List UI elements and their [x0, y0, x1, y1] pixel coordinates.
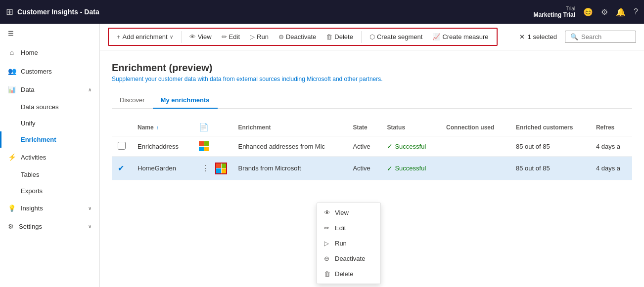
col-checkbox — [112, 119, 132, 136]
ctx-edit[interactable]: ✏ Edit — [317, 220, 380, 236]
page-subtitle: Supplement your customer data with data … — [112, 76, 632, 82]
main-layout: ☰ ⌂ Home 👥 Customers 📊 Data ∧ Data sourc… — [0, 24, 644, 287]
top-bar: ⊞ Customer Insights - Data Trial Marketi… — [0, 0, 644, 24]
row-checkbox-cell[interactable] — [112, 136, 132, 157]
tabs: Discover My enrichments — [112, 92, 632, 109]
microsoft-icon — [199, 141, 209, 151]
trial-badge: Trial Marketing Trial — [533, 6, 575, 18]
user-icon[interactable]: 😊 — [583, 7, 593, 17]
sidebar-label-data: Data — [21, 86, 34, 93]
sidebar-label-tables: Tables — [21, 171, 40, 178]
check-icon: ✓ — [387, 164, 393, 172]
sidebar-item-customers[interactable]: 👥 Customers — [0, 62, 99, 81]
sidebar-item-exports[interactable]: Exports — [0, 183, 99, 199]
sort-asc-icon: ↑ — [156, 125, 159, 130]
edit-icon: ✏ — [222, 33, 227, 41]
row-connection-cell — [440, 157, 510, 180]
app-grid-icon[interactable]: ⊞ — [6, 6, 13, 17]
check-icon: ✓ — [387, 142, 393, 150]
selected-check-icon: ✔ — [118, 164, 124, 172]
row-icon-cell — [193, 136, 232, 157]
col-state: State — [347, 119, 381, 136]
eye-icon: 👁 — [189, 33, 196, 41]
ctx-deactivate[interactable]: ⊖ Deactivate — [317, 251, 380, 266]
table-row: ✔ HomeGarden ⋮ — [112, 157, 632, 180]
row-enrichment-cell: Brands from Microsoft — [232, 157, 347, 180]
sidebar-label-customers: Customers — [21, 68, 52, 75]
measure-icon: 📈 — [432, 33, 440, 41]
hamburger-button[interactable]: ☰ — [0, 24, 99, 43]
run-button[interactable]: ▷ Run — [246, 31, 273, 43]
settings-chevron-icon: ∨ — [88, 224, 92, 229]
delete-button[interactable]: 🗑 Delete — [322, 31, 357, 43]
sidebar-label-insights: Insights — [21, 205, 43, 212]
sidebar-item-unify[interactable]: Unify — [0, 115, 99, 131]
doc-icon: 📄 — [199, 123, 209, 131]
sidebar-item-activities[interactable]: ⚡ Activities — [0, 148, 99, 166]
customers-icon: 👥 — [8, 67, 16, 75]
sidebar-item-tables[interactable]: Tables — [0, 166, 99, 183]
sidebar-item-settings[interactable]: ⚙ Settings ∨ — [0, 217, 99, 236]
row-enrichment-cell: Enhanced addresses from Mic — [232, 136, 347, 157]
sidebar: ☰ ⌂ Home 👥 Customers 📊 Data ∧ Data sourc… — [0, 24, 100, 287]
col-enriched-customers: Enriched customers — [510, 119, 590, 136]
sidebar-item-data-sources[interactable]: Data sources — [0, 99, 99, 115]
deactivate-icon: ⊖ — [278, 33, 284, 41]
create-measure-button[interactable]: 📈 Create measure — [428, 31, 492, 43]
row-enriched-customers-cell: 85 out of 85 — [510, 136, 590, 157]
page-title: Enrichment (preview) — [112, 62, 632, 74]
row-status-cell: ✓ Successful — [381, 157, 440, 180]
ctx-delete[interactable]: 🗑 Delete — [317, 266, 380, 282]
data-chevron-icon: ∧ — [88, 87, 92, 92]
ctx-view[interactable]: 👁 View — [317, 205, 380, 220]
ctx-trash-icon: 🗑 — [324, 270, 331, 278]
add-enrichment-button[interactable]: + Add enrichment ∨ — [113, 31, 177, 43]
col-name[interactable]: Name ↑ — [132, 119, 193, 136]
selected-count-display: ✕ 1 selected — [519, 33, 557, 41]
home-icon: ⌂ — [8, 48, 16, 56]
sidebar-item-data[interactable]: 📊 Data ∧ — [0, 81, 99, 99]
sidebar-item-enrichment[interactable]: Enrichment — [0, 131, 99, 148]
row-checkbox-cell[interactable]: ✔ — [112, 157, 132, 180]
view-button[interactable]: 👁 View — [185, 31, 216, 43]
help-icon[interactable]: ? — [634, 7, 638, 16]
row-checkbox[interactable] — [118, 142, 126, 150]
row-name-cell: Enrichaddress — [132, 136, 193, 157]
top-bar-right: Trial Marketing Trial 😊 ⚙ 🔔 ? — [533, 6, 638, 18]
tab-discover[interactable]: Discover — [112, 92, 153, 109]
deactivate-button[interactable]: ⊖ Deactivate — [275, 31, 320, 43]
microsoft-icon — [216, 164, 226, 173]
ctx-deactivate-icon: ⊖ — [324, 255, 331, 262]
ctx-run-icon: ▷ — [324, 240, 331, 247]
insights-icon: 💡 — [8, 205, 16, 212]
notification-icon[interactable]: 🔔 — [616, 7, 626, 17]
content-area: + Add enrichment ∨ 👁 View ✏ Edit ▷ Run — [100, 24, 644, 287]
create-segment-button[interactable]: ⬡ Create segment — [366, 31, 427, 43]
sidebar-label-unify: Unify — [21, 120, 36, 127]
close-selection-icon[interactable]: ✕ — [519, 33, 525, 41]
page-content: Enrichment (preview) Supplement your cus… — [100, 50, 644, 287]
table-row: Enrichaddress Enhanced addresses from Mi… — [112, 136, 632, 157]
col-enrichment: Enrichment — [232, 119, 347, 136]
context-menu: 👁 View ✏ Edit ▷ Run ⊖ Deactivate 🗑 D — [317, 203, 381, 284]
trash-icon: 🗑 — [326, 33, 332, 41]
row-context-menu-button[interactable]: ⋮ — [199, 162, 213, 175]
edit-button[interactable]: ✏ Edit — [218, 31, 244, 43]
search-input[interactable] — [581, 33, 631, 41]
sidebar-label-exports: Exports — [21, 187, 43, 195]
dropdown-chevron-icon: ∨ — [170, 34, 173, 40]
search-icon: 🔍 — [570, 33, 578, 41]
sidebar-item-home[interactable]: ⌂ Home — [0, 43, 99, 62]
col-refresh: Refres — [590, 119, 632, 136]
ctx-run[interactable]: ▷ Run — [317, 236, 380, 251]
col-ms-icon: 📄 — [193, 119, 232, 136]
tab-my-enrichments[interactable]: My enrichments — [153, 92, 218, 109]
toolbar-action-group: + Add enrichment ∨ 👁 View ✏ Edit ▷ Run — [108, 28, 498, 46]
settings-icon[interactable]: ⚙ — [601, 7, 608, 17]
sidebar-item-insights[interactable]: 💡 Insights ∨ — [0, 199, 99, 217]
sidebar-label-home: Home — [21, 49, 38, 56]
search-box[interactable]: 🔍 — [565, 31, 636, 43]
run-icon: ▷ — [250, 33, 255, 41]
col-connection: Connection used — [440, 119, 510, 136]
row-icon-cell: ⋮ — [193, 157, 232, 180]
